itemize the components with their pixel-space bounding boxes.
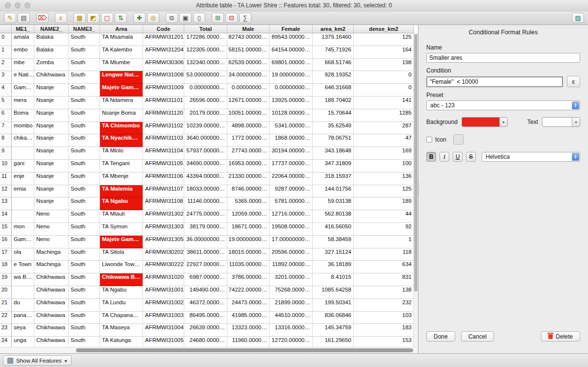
cell-total[interactable]: 43394.00000… [184, 172, 227, 185]
cell-female[interactable]: 12716.00000… [270, 210, 313, 223]
cell-male[interactable]: 13323.0000… [227, 324, 270, 337]
cell-code[interactable]: AFRMWI31105 [143, 160, 184, 172]
cell-area[interactable]: TA Lundu [100, 299, 143, 312]
cell-male[interactable]: 8746.00000… [227, 185, 270, 198]
cell-male[interactable]: 12059.0000… [227, 210, 270, 223]
titlebar[interactable]: Attribute table - TA Lower Shire :: Feat… [0, 0, 588, 11]
column-header-me1_[interactable]: ME1_ [12, 25, 34, 33]
cell-area[interactable]: TA Mlauli [100, 210, 143, 223]
cell-name2[interactable]: Balaka [34, 46, 69, 59]
delete-field-button[interactable]: ⊟ [225, 13, 238, 23]
cell-name2[interactable]: Zomba [34, 59, 69, 72]
cell-total[interactable]: 132340.0000… [184, 59, 227, 72]
cell-area_km2[interactable]: 343.18648 [313, 147, 354, 160]
cell-name3[interactable]: South [69, 172, 100, 185]
row-number[interactable]: 13 [0, 197, 12, 210]
cell-male[interactable]: 18671.0000… [227, 223, 270, 236]
cell-dense_km2[interactable]: 141 [354, 97, 414, 109]
cell-female[interactable]: 17.00000000… [270, 236, 313, 248]
cell-code[interactable]: AFRMWI31107 [143, 185, 184, 198]
cell-total[interactable]: 26596.0000… [184, 97, 227, 109]
cell-name2[interactable]: Nsanje [34, 147, 69, 160]
cell-dense_km2[interactable]: 189 [354, 197, 414, 210]
cell-name3[interactable]: South [69, 33, 100, 46]
cell-code[interactable]: AFRMWI31001 [143, 286, 184, 299]
cell-area_km2[interactable]: 318.15937 [313, 172, 354, 185]
cell-area[interactable]: TA Sitola [100, 248, 143, 261]
cell-dense_km2[interactable]: 92 [354, 223, 414, 236]
cell-area_km2[interactable]: 836.06846 [313, 312, 354, 324]
cell-area_km2[interactable]: 327.15124 [313, 248, 354, 261]
select-all-button[interactable]: ▦ [74, 13, 86, 23]
cell-area[interactable]: TA Katunga [100, 337, 143, 347]
cell-dense_km2[interactable]: 183 [354, 324, 414, 337]
cell-area[interactable]: TA Msamala [100, 33, 143, 46]
cell-male[interactable]: 12671.00000… [227, 97, 270, 109]
cell-code[interactable]: AFRMWI30202 [143, 248, 184, 261]
conditional-formatting-toggle-button[interactable]: ▨ [572, 13, 584, 23]
cell-female[interactable]: 13925.00000… [270, 97, 313, 109]
cell-name3[interactable]: South [69, 71, 100, 84]
cell-code[interactable]: AFRMWI31103 [143, 134, 184, 147]
cell-total[interactable]: 57937.00000… [184, 147, 227, 160]
feature-filter-dropdown[interactable]: Show All Features [3, 355, 72, 366]
cell-name3[interactable]: South [69, 97, 100, 109]
cell-name2[interactable]: Nsanje [34, 160, 69, 172]
cell-total[interactable]: 38611.00000… [184, 248, 227, 261]
cell-name1[interactable]: embo [12, 46, 34, 59]
cell-total[interactable]: 86495.0000… [184, 312, 227, 324]
cell-total[interactable]: 3640.000000… [184, 134, 227, 147]
row-number[interactable]: 12 [0, 185, 12, 198]
cell-area[interactable]: TA Mlolo [100, 147, 143, 160]
cell-area[interactable]: TA Mbenje [100, 172, 143, 185]
column-header-area_km2[interactable]: area_km2 [313, 25, 354, 33]
panel-splitter-handle[interactable] [417, 182, 419, 196]
cell-area_km2[interactable]: 347.31809 [313, 160, 354, 172]
icon-checkbox[interactable] [426, 137, 432, 143]
cell-code[interactable]: AFRMWI31004 [143, 324, 184, 337]
cell-code[interactable]: AFRMWI31101 [143, 97, 184, 109]
row-number[interactable]: 18 [0, 261, 12, 273]
cell-code[interactable]: AFRMWI31106 [143, 172, 184, 185]
cell-code[interactable]: AFRMWI31120 [143, 109, 184, 122]
preset-select[interactable]: abc - 123 [426, 100, 580, 110]
cell-female[interactable]: 0.00000000… [270, 84, 313, 97]
cell-name1[interactable]: mombo [12, 122, 34, 135]
open-field-calculator-button[interactable]: ∑ [239, 13, 251, 23]
cell-area[interactable]: TA Nyachik… [100, 134, 143, 147]
cell-area_km2[interactable]: 199.50341 [313, 299, 354, 312]
cell-female[interactable]: 5781.00000… [270, 197, 313, 210]
cell-name3[interactable]: South [69, 84, 100, 97]
cell-dense_km2[interactable]: 169 [354, 147, 414, 160]
cell-name1[interactable]: wa B… [12, 273, 34, 286]
cell-area_km2[interactable]: 928.19352 [313, 71, 354, 84]
row-number[interactable]: 2 [0, 59, 12, 72]
cell-name1[interactable]: e Nati… [12, 71, 34, 84]
cell-name2[interactable]: Balaka [34, 33, 69, 46]
row-number[interactable]: 21 [0, 299, 12, 312]
cell-female[interactable]: 30194.00000… [270, 147, 313, 160]
row-number[interactable]: 22 [0, 312, 12, 324]
cell-total[interactable]: 53.00000000… [184, 71, 227, 84]
cell-area[interactable]: TA Kalembo [100, 46, 143, 59]
row-number[interactable]: 6 [0, 109, 12, 122]
cell-dense_km2[interactable]: 164 [354, 46, 414, 59]
condition-input[interactable] [426, 76, 563, 87]
cell-name1[interactable]: unga [12, 337, 34, 347]
row-number[interactable]: 15 [0, 223, 12, 236]
cell-area_km2[interactable]: 161.29650 [313, 337, 354, 347]
cell-name2[interactable]: Nsanje [34, 197, 69, 210]
cell-code[interactable]: AFRMWI31303 [143, 223, 184, 236]
cell-total[interactable]: 26639.0000… [184, 324, 227, 337]
cell-male[interactable]: 24473.0000… [227, 299, 270, 312]
vertical-scrollbar-thumb[interactable] [414, 34, 417, 292]
row-number[interactable]: 8 [0, 134, 12, 147]
cell-name2[interactable]: Nsanje [34, 185, 69, 198]
cell-dense_km2[interactable]: 100 [354, 160, 414, 172]
cell-area[interactable]: TA Tengani [100, 160, 143, 172]
row-number[interactable]: 11 [0, 172, 12, 185]
cell-female[interactable]: 3201.00000… [270, 273, 313, 286]
delete-rule-button[interactable]: Delete [541, 331, 580, 342]
cell-area[interactable]: TA Mlumbe [100, 59, 143, 72]
cell-female[interactable]: 44510.0000… [270, 312, 313, 324]
